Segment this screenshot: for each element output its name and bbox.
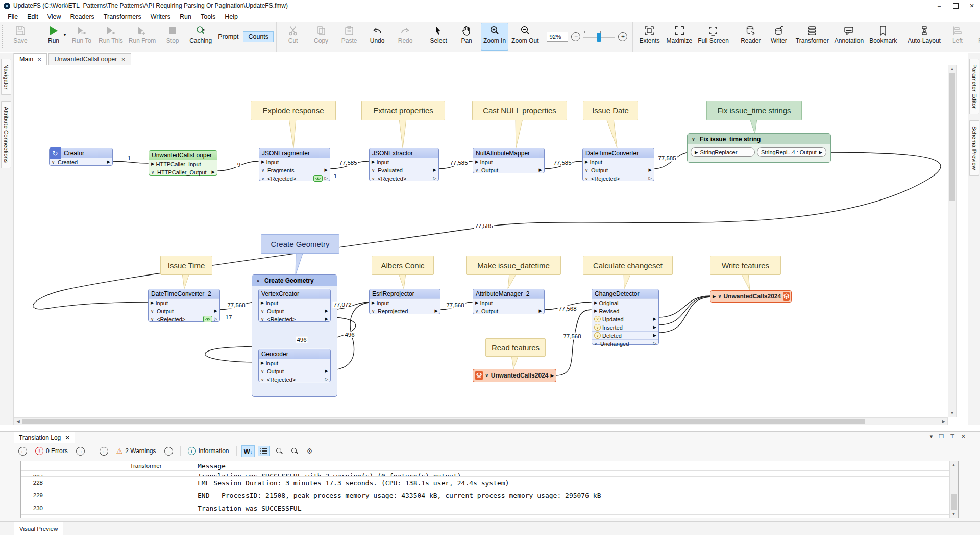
annotation-button[interactable]: Annotation [832, 23, 866, 51]
port-input[interactable]: ▶Input [473, 158, 544, 166]
warning-count-button[interactable]: ⚠2 Warnings [114, 445, 159, 457]
port-inserted[interactable]: ∨Inserted▶ [592, 323, 658, 331]
output-port-icon[interactable]: ▶ [653, 325, 656, 330]
port-input[interactable]: ▶Input [473, 298, 544, 307]
log-row[interactable]: 230Translation was SUCCESSFUL [21, 502, 958, 515]
previous-warning-button[interactable]: ← [97, 445, 111, 458]
feature-type-writer-unwantedcalls2024[interactable]: ▶∨UnwantedCalls2024 [710, 290, 792, 303]
stop-button[interactable]: Stop [159, 23, 186, 51]
log-pin-icon[interactable]: ⊤ [950, 433, 955, 440]
paste-button[interactable]: Paste [335, 23, 363, 51]
port-collapse-icon[interactable]: ∨ [372, 309, 376, 314]
output-port-icon[interactable]: ▷ [325, 377, 328, 382]
port-output[interactable]: ∨Output▶ [259, 307, 330, 315]
fullscreen-button[interactable]: Full Screen [695, 23, 731, 51]
port-collapse-icon[interactable]: ∨ [52, 160, 56, 165]
dock-tab-schema-preview[interactable]: Schema Preview [969, 120, 979, 176]
node-attributemanager-2[interactable]: AttributeManager_2▶Input∨Output▶ [473, 289, 545, 314]
collapsed-node-stringrepl-4-output[interactable]: StringRepl...4 : Output▶ [757, 147, 826, 157]
input-port-icon[interactable]: ▶ [261, 300, 264, 305]
select-button[interactable]: Select [425, 23, 452, 51]
zoom-plus-button[interactable]: + [618, 32, 627, 41]
scroll-down-icon[interactable]: ▼ [948, 409, 956, 417]
annotation-create-geometry-anno[interactable]: Create Geometry [261, 234, 339, 254]
annotation-write-features[interactable]: Write features [710, 256, 781, 275]
redo-button[interactable]: Redo [391, 23, 419, 51]
canvas-vertical-scrollbar[interactable]: ▲ ▼ [948, 65, 957, 417]
input-port-icon[interactable]: ▶ [594, 309, 598, 313]
port-output[interactable]: ∨Output▶ [259, 367, 330, 375]
annotation-explode-response[interactable]: Explode response [251, 101, 336, 120]
port-collapse-icon[interactable]: ∨ [261, 317, 265, 322]
log-scroll-up-icon[interactable]: ▲ [950, 461, 958, 469]
port-collapse-icon[interactable]: ∨ [261, 176, 266, 181]
zoom-minus-button[interactable]: − [571, 32, 580, 41]
minimize-button[interactable]: – [931, 0, 947, 11]
log-tab-close-icon[interactable]: ✕ [65, 434, 70, 441]
port-reprojected[interactable]: ∨Reprojected▶ [370, 307, 440, 315]
zoom-out-button[interactable]: Zoom Out [509, 23, 541, 51]
copy-button[interactable]: Copy [307, 23, 335, 51]
previous-error-button[interactable]: ← [16, 445, 30, 458]
extents-button[interactable]: Extents [635, 23, 663, 51]
node-jsonextractor[interactable]: JSONExtractor▶Input∨Evaluated▶∨<Rejected… [369, 148, 439, 181]
menu-edit[interactable]: Edit [22, 13, 43, 20]
tab-main[interactable]: Main✕ [14, 53, 47, 65]
menu-readers[interactable]: Readers [66, 13, 99, 20]
wire-changedetector-deleted-to-writer[interactable] [658, 297, 710, 333]
log-float-icon[interactable]: ❐ [939, 433, 944, 440]
log-row[interactable]: 228FME Session Duration: 3 minutes 17.3 … [21, 477, 958, 489]
node-unwantedcallslooper[interactable]: UnwantedCallsLooper▶HTTPCaller_Input∨HTT… [149, 150, 217, 176]
cached-port-icon[interactable]: ∨ [594, 324, 601, 331]
port-evaluated[interactable]: ∨Evaluated▶ [370, 166, 438, 174]
run-to-button[interactable]: Run To [68, 23, 95, 51]
next-warning-button[interactable]: → [162, 445, 176, 458]
annotation-cast-null-properties[interactable]: Cast NULL properties [472, 101, 567, 120]
bookmark-collapse-icon[interactable]: ∨ [692, 137, 696, 142]
feature-cache-inspect-icon[interactable] [313, 175, 323, 182]
input-port-icon[interactable]: ▶ [151, 300, 154, 305]
output-port-icon[interactable]: ▷ [433, 176, 436, 181]
annotation-albers-conic[interactable]: Albers Conic [372, 256, 434, 275]
horizontal-scroll-thumb[interactable] [22, 419, 865, 424]
annotation-calculate-changeset[interactable]: Calculate changeset [583, 256, 673, 275]
menu-transformers[interactable]: Transformers [99, 13, 146, 20]
align-left-button[interactable]: Left [944, 23, 971, 51]
port-updated[interactable]: ∨Updated▶ [592, 315, 658, 323]
caching-button[interactable]: Caching [187, 23, 214, 51]
output-port-icon[interactable]: ▶ [107, 160, 110, 164]
output-port-icon[interactable]: ▶ [325, 317, 328, 321]
node-geocoder[interactable]: Geocoder▶Input∨Output▶∨<Rejected>▷ [258, 349, 331, 382]
port-collapse-icon[interactable]: ∨ [585, 168, 590, 173]
port--rejected-[interactable]: ∨<Rejected>▷ [370, 174, 438, 182]
scroll-right-icon[interactable]: ▶ [940, 418, 947, 425]
save-button[interactable]: Save [7, 23, 34, 51]
collapsed-node-stringreplacer[interactable]: ▶StringReplacer [691, 147, 755, 157]
port--rejected-[interactable]: ∨<Rejected>▷ [259, 375, 330, 383]
port-collapse-icon[interactable]: ∨ [151, 170, 156, 175]
annotation-extract-properties[interactable]: Extract properties [361, 101, 445, 120]
cut-button[interactable]: Cut [279, 23, 307, 51]
zoom-slider[interactable] [583, 30, 615, 43]
canvas-horizontal-scrollbar[interactable]: ◀ ▶ [14, 417, 948, 425]
wire-changedetector-updated-to-writer[interactable] [658, 296, 710, 317]
annotation-issue-time[interactable]: Issue Time [160, 256, 212, 275]
port-collapse-icon[interactable]: ∨ [585, 176, 590, 181]
port-collapse-icon[interactable]: ∨ [372, 176, 376, 181]
port--rejected-[interactable]: ∨<Rejected>▷ [149, 315, 219, 323]
port-collapse-icon[interactable]: ∨ [151, 309, 155, 314]
menu-writers[interactable]: Writers [146, 13, 175, 20]
input-port-icon[interactable]: ▶ [372, 160, 375, 164]
menu-tools[interactable]: Tools [196, 13, 220, 20]
input-port-icon[interactable]: ▶ [713, 294, 716, 299]
toolbar-drag-handle[interactable] [2, 25, 3, 48]
wire-changedetector-inserted-to-writer[interactable] [658, 296, 710, 325]
menu-file[interactable]: File [3, 13, 22, 20]
log-vertical-scrollbar[interactable]: ▲▼ [949, 461, 958, 518]
bookmark-button[interactable]: Bookmark [867, 23, 899, 51]
information-toggle-button[interactable]: iInformation [185, 445, 232, 457]
output-port-icon[interactable]: ▶ [325, 369, 328, 373]
auto-layout-button[interactable]: Auto-Layout [905, 23, 943, 51]
port-output[interactable]: ∨Output▶ [473, 307, 544, 315]
input-port-icon[interactable]: ▶ [594, 300, 598, 305]
